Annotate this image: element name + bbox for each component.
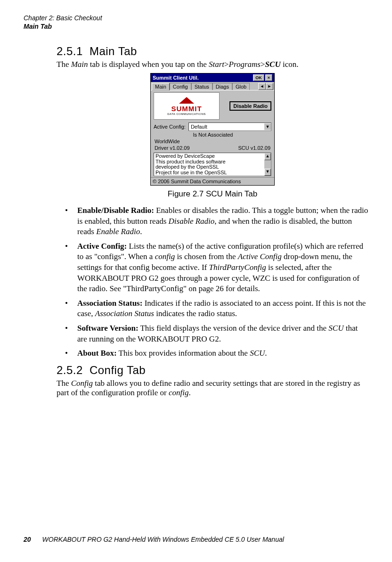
scroll-up-icon[interactable]: ▲ xyxy=(264,153,271,160)
tab-status[interactable]: Status xyxy=(191,83,212,90)
book-title: WORKABOUT PRO G2 Hand-Held With Windows … xyxy=(42,536,284,543)
ce-title: Summit Client Util. xyxy=(153,75,199,81)
bullet-software-version: Software Version: This field displays th… xyxy=(69,323,368,344)
ce-window: Summit Client Util. OK × Main Config Sta… xyxy=(150,73,275,186)
association-status: Is Not Associated xyxy=(154,132,271,138)
ce-titlebar: Summit Client Util. OK × xyxy=(151,73,274,82)
lead-2-5-1: The Main tab is displayed when you tap o… xyxy=(57,60,368,69)
active-config-dropdown[interactable]: Default ▼ xyxy=(188,122,271,131)
bullet-active-config: Active Config: Lists the name(s) of the … xyxy=(69,241,368,294)
running-head: Chapter 2: Basic Checkout Main Tab xyxy=(24,14,368,31)
tab-main[interactable]: Main xyxy=(152,83,170,90)
ce-footer: © 2006 Summit Data Communications xyxy=(151,177,274,185)
figure-caption: Figure 2.7 SCU Main Tab xyxy=(57,189,368,199)
lead-2-5-2: The Config tab allows you to define radi… xyxy=(57,379,368,398)
tab-glob[interactable]: Glob xyxy=(232,83,250,90)
heading-2-5-1: 2.5.1Main Tab xyxy=(57,45,368,58)
figure-2-7: Summit Client Util. OK × Main Config Sta… xyxy=(57,73,368,199)
chevron-down-icon[interactable]: ▼ xyxy=(264,123,271,130)
ok-button[interactable]: OK xyxy=(253,74,264,81)
close-button[interactable]: × xyxy=(265,74,272,81)
running-head-chapter: Chapter 2: Basic Checkout xyxy=(24,14,368,23)
about-box: Powered by DeviceScape This product incl… xyxy=(154,153,271,176)
heading-2-5-2: 2.5.2Config Tab xyxy=(57,364,368,377)
active-config-label: Active Config: xyxy=(154,124,186,130)
scu-version: SCU v1.02.09 xyxy=(238,145,270,151)
summit-logo: SUMMIT DATA COMMUNICATIONS xyxy=(154,92,220,120)
driver-version: Driver v1.02.09 xyxy=(155,145,190,151)
running-head-section: Main Tab xyxy=(24,23,368,31)
page-footer: 20WORKABOUT PRO G2 Hand-Held With Window… xyxy=(24,536,284,543)
disable-radio-button[interactable]: Disable Radio xyxy=(229,101,271,111)
bullet-about-box: About Box: This box provides information… xyxy=(69,348,368,359)
bullet-list: Enable/Disable Radio: Enables or disable… xyxy=(57,205,368,359)
bullet-association-status: Association Status: Indicates if the rad… xyxy=(69,298,368,319)
tab-scroll-right-icon[interactable]: ► xyxy=(266,83,273,90)
bullet-enable-disable: Enable/Disable Radio: Enables or disable… xyxy=(69,205,368,237)
tab-scroll-left-icon[interactable]: ◄ xyxy=(258,83,266,90)
worldwide-label: WorldWide xyxy=(154,138,271,144)
page-number: 20 xyxy=(24,536,31,543)
ce-tabs: Main Config Status Diags Glob ◄ ► xyxy=(151,82,274,90)
tab-config[interactable]: Config xyxy=(170,83,191,90)
scroll-down-icon[interactable]: ▼ xyxy=(264,169,271,176)
tab-diags[interactable]: Diags xyxy=(212,83,232,90)
